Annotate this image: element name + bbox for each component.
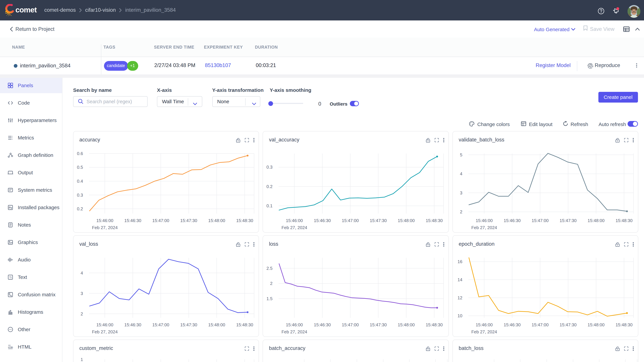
svg-text:2: 2: [270, 281, 272, 286]
svg-text:0.4: 0.4: [77, 178, 83, 184]
svg-text:15:46:30: 15:46:30: [124, 218, 141, 223]
svg-text:15:46:00: 15:46:00: [96, 322, 113, 327]
svg-text:15:47:00: 15:47:00: [342, 218, 359, 223]
svg-text:0.3: 0.3: [77, 192, 83, 197]
svg-text:1.5: 1.5: [266, 296, 272, 301]
svg-text:0.6: 0.6: [77, 151, 83, 156]
svg-text:15:46:30: 15:46:30: [124, 322, 141, 327]
svg-text:15:46:00: 15:46:00: [476, 218, 492, 223]
svg-text:15:47:00: 15:47:00: [152, 218, 169, 223]
svg-text:15:48:00: 15:48:00: [588, 322, 604, 327]
svg-text:15:48:30: 15:48:30: [236, 218, 253, 223]
svg-text:15:47:00: 15:47:00: [152, 322, 169, 327]
svg-text:15:48:30: 15:48:30: [426, 218, 442, 223]
svg-text:15:47:00: 15:47:00: [532, 218, 548, 223]
svg-text:15:47:30: 15:47:30: [370, 218, 387, 223]
svg-text:Tt: Tt: [9, 276, 12, 279]
svg-text:Feb 27, 2024: Feb 27, 2024: [282, 329, 307, 334]
svg-text:0.3: 0.3: [266, 164, 272, 169]
svg-text:15:46:00: 15:46:00: [476, 322, 492, 327]
svg-text:15:47:30: 15:47:30: [560, 218, 576, 223]
svg-text:10: 10: [457, 313, 462, 318]
svg-text:15:48:00: 15:48:00: [398, 218, 415, 223]
svg-text:15:47:30: 15:47:30: [370, 322, 387, 327]
svg-text:0.5: 0.5: [77, 165, 83, 170]
svg-text:15:48:30: 15:48:30: [615, 218, 632, 223]
svg-text:1: 1: [80, 357, 83, 362]
svg-text:15:46:30: 15:46:30: [504, 218, 520, 223]
svg-text:15:48:00: 15:48:00: [208, 322, 225, 327]
svg-text:Feb 27, 2024: Feb 27, 2024: [471, 225, 497, 230]
svg-text:15:46:00: 15:46:00: [96, 218, 113, 223]
svg-text:15:48:00: 15:48:00: [398, 322, 415, 327]
svg-text:15:46:30: 15:46:30: [504, 322, 520, 327]
svg-text:Feb 27, 2024: Feb 27, 2024: [471, 329, 497, 334]
svg-text:15:46:00: 15:46:00: [286, 218, 303, 223]
svg-text:0.2: 0.2: [266, 184, 272, 189]
svg-text:3: 3: [460, 190, 462, 195]
svg-text:3: 3: [80, 291, 83, 296]
svg-text:2: 2: [80, 311, 83, 316]
svg-text:15:46:30: 15:46:30: [314, 218, 331, 223]
svg-text:4: 4: [460, 171, 462, 176]
svg-text:15:48:30: 15:48:30: [426, 322, 442, 327]
svg-text:2: 2: [460, 209, 462, 214]
svg-text:5: 5: [460, 152, 462, 157]
svg-text:15:47:30: 15:47:30: [180, 322, 197, 327]
svg-text:16: 16: [457, 259, 462, 264]
svg-text:4: 4: [80, 270, 83, 275]
svg-text:2.5: 2.5: [266, 266, 272, 271]
svg-text:Py: Py: [9, 206, 12, 209]
svg-text:15:47:00: 15:47:00: [532, 322, 548, 327]
svg-text:Feb 27, 2024: Feb 27, 2024: [282, 225, 307, 230]
svg-text:15:47:00: 15:47:00: [342, 322, 359, 327]
svg-text:15:48:30: 15:48:30: [236, 322, 253, 327]
svg-text:15:47:30: 15:47:30: [560, 322, 576, 327]
svg-text:15:48:30: 15:48:30: [615, 322, 632, 327]
svg-text:0.2: 0.2: [77, 206, 83, 211]
svg-text:15:46:30: 15:46:30: [314, 322, 331, 327]
svg-text:12: 12: [457, 295, 462, 300]
svg-text:15:48:00: 15:48:00: [588, 218, 604, 223]
svg-text:15:47:30: 15:47:30: [180, 218, 197, 223]
svg-text:15:46:00: 15:46:00: [286, 322, 303, 327]
svg-text:Feb 27, 2024: Feb 27, 2024: [92, 225, 118, 230]
svg-text:0.1: 0.1: [266, 203, 272, 208]
svg-text:Feb 27, 2024: Feb 27, 2024: [92, 329, 118, 334]
svg-text:HTML: HTML: [8, 346, 13, 348]
svg-text:15:48:00: 15:48:00: [208, 218, 225, 223]
svg-text:14: 14: [457, 277, 462, 282]
